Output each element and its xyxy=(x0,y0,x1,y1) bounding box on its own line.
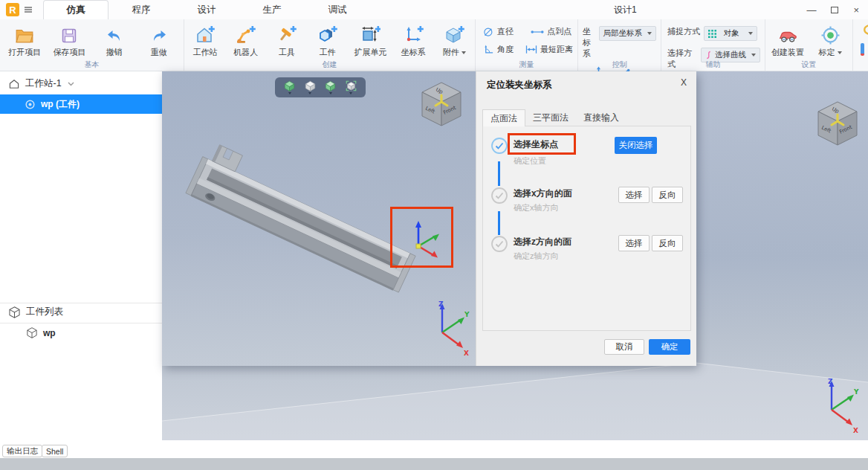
viewport-3d[interactable]: Up Left Front Z Y X xyxy=(162,71,868,440)
ribbon-group-settings: 创建装置 标定 设置 xyxy=(765,19,853,71)
workpiece-list-header[interactable]: 工件列表 xyxy=(9,306,63,318)
undo-button[interactable]: 撤销 xyxy=(94,22,135,58)
tab-program[interactable]: 程序 xyxy=(108,0,174,19)
cube-outline-icon xyxy=(9,306,20,318)
divider xyxy=(0,323,162,323)
calibration-button[interactable]: 标定 xyxy=(810,22,850,58)
open-project-button[interactable]: 打开项目 xyxy=(4,22,45,58)
view-cube[interactable]: Up Left Front xyxy=(418,80,465,129)
app-logo: R xyxy=(6,3,19,16)
titlebar: R 仿真 程序 设计 生产 调试 设计1 — × xyxy=(0,0,868,19)
shading-mode-button[interactable] xyxy=(284,80,295,94)
coordinate-system-dropdown[interactable]: 局部坐标系 xyxy=(599,26,657,41)
clipped-tool-icon xyxy=(861,43,864,56)
diameter-icon xyxy=(483,26,494,37)
picked-frame-triad xyxy=(392,210,453,268)
redo-button[interactable]: 重做 xyxy=(139,22,179,58)
chevron-down-icon xyxy=(751,54,756,57)
save-icon xyxy=(60,22,78,45)
group-label-control: 控制 xyxy=(578,59,661,70)
menu-tabs: 仿真 程序 设计 生产 调试 xyxy=(43,0,370,19)
tab-design[interactable]: 设计 xyxy=(174,0,239,19)
output-log-tab[interactable]: 输出日志 xyxy=(2,445,42,457)
axis-triad: Z Y X xyxy=(813,375,861,437)
chevron-down-icon[interactable] xyxy=(461,51,466,54)
select-z-button[interactable]: 选择 xyxy=(618,235,650,251)
tree-item-workstation[interactable]: 工作站-1 xyxy=(9,77,74,90)
reverse-z-button[interactable]: 反向 xyxy=(652,235,683,251)
tab-debug[interactable]: 调试 xyxy=(305,0,370,19)
svg-text:X: X xyxy=(853,427,858,434)
close-icon[interactable]: × xyxy=(853,4,859,16)
workpiece-button[interactable]: 工件 xyxy=(308,22,348,58)
status-bar xyxy=(0,458,868,470)
close-selection-button[interactable]: 关闭选择 xyxy=(615,137,657,154)
workpiece-add-icon xyxy=(317,22,337,45)
step3-status-icon xyxy=(490,235,508,253)
tab-production[interactable]: 生产 xyxy=(239,0,305,19)
min-distance-icon xyxy=(525,45,537,54)
wireframe-mode-button[interactable] xyxy=(305,80,316,94)
cube-outline-icon xyxy=(27,327,37,338)
group-label-measure: 测量 xyxy=(476,59,577,70)
tab-three-plane-method[interactable]: 三平面法 xyxy=(525,109,576,126)
step3-title: 选择z方向的面 xyxy=(514,236,571,248)
tool-add-icon xyxy=(276,22,297,45)
confirm-button[interactable]: 确定 xyxy=(649,339,690,355)
ribbon-group-control: 坐标系 局部坐标系 控制 xyxy=(578,19,661,71)
ribbon-group-create: 工作站 机器人 工具 工件 xyxy=(184,19,476,71)
coordinate-system-label: 坐标系 xyxy=(583,26,596,59)
tab-simulation[interactable]: 仿真 xyxy=(43,0,108,19)
group-label-assist: 辅助 xyxy=(661,59,765,70)
view-cube[interactable]: Up Left Front xyxy=(814,100,861,149)
tab-direct-input[interactable]: 直接输入 xyxy=(576,109,626,126)
view-toolbar xyxy=(275,77,366,97)
dialog-tabs: 点面法 三平面法 直接输入 xyxy=(482,109,626,126)
group-label-create: 创建 xyxy=(184,59,475,70)
angle-button[interactable]: 角度 xyxy=(483,44,515,55)
fixture-3d-view[interactable]: Up Left Front Z Y X xyxy=(162,71,476,366)
cube-white-icon xyxy=(305,80,316,91)
tool-button[interactable]: 工具 xyxy=(267,22,307,58)
point-to-point-button[interactable]: 点到点 xyxy=(531,26,571,37)
save-project-button[interactable]: 保存项目 xyxy=(49,22,89,58)
dialog-close-button[interactable]: X xyxy=(677,77,690,88)
ribbon-group-basic: 打开项目 保存项目 撤销 重做 基本 xyxy=(0,19,184,71)
robot-button[interactable]: 机器人 xyxy=(226,22,266,58)
car-icon xyxy=(778,22,798,45)
chevron-down-icon xyxy=(68,82,74,86)
home-icon xyxy=(9,79,19,89)
workstation-button[interactable]: 工作站 xyxy=(185,22,225,58)
shell-tab[interactable]: Shell xyxy=(42,445,68,457)
display-mode-button[interactable] xyxy=(325,80,336,94)
step1-status-icon xyxy=(490,137,508,155)
step2-status-icon xyxy=(490,187,508,205)
extension-unit-button[interactable]: 扩展单元 xyxy=(348,22,392,58)
select-x-button[interactable]: 选择 xyxy=(618,187,650,203)
document-title: 设计1 xyxy=(614,4,637,16)
menu-icon[interactable] xyxy=(24,6,33,13)
workpiece-list-item-wp[interactable]: wp xyxy=(27,327,56,338)
step2-subtitle: 确定x轴方向 xyxy=(514,202,559,213)
reverse-x-button[interactable]: 反向 xyxy=(652,187,683,203)
cancel-button[interactable]: 取消 xyxy=(604,339,644,355)
min-distance-button[interactable]: 最短距离 xyxy=(525,44,573,55)
minimize-icon[interactable]: — xyxy=(806,4,816,16)
step-connector xyxy=(498,161,500,186)
fit-view-button[interactable] xyxy=(346,80,357,94)
create-device-button[interactable]: 创建装置 xyxy=(768,22,808,58)
tab-point-face-method[interactable]: 点面法 xyxy=(482,109,525,126)
frame-button[interactable]: 坐标系 xyxy=(393,22,433,58)
point-to-point-icon xyxy=(531,28,544,36)
fit-view-icon xyxy=(346,80,357,91)
tree-item-wp-selected[interactable]: wp (工件) xyxy=(0,94,162,114)
attachment-button[interactable]: 附件 xyxy=(434,22,474,58)
maximize-icon[interactable] xyxy=(831,7,838,13)
svg-text:Z: Z xyxy=(438,300,444,308)
chevron-down-icon xyxy=(647,32,652,35)
diameter-button[interactable]: 直径 xyxy=(483,26,520,37)
snap-mode-dropdown[interactable]: 对象 xyxy=(704,26,757,41)
sidebar: 工作站-1 wp (工件) 工件列表 wp xyxy=(0,71,162,445)
svg-text:Y: Y xyxy=(464,311,470,318)
chevron-down-icon[interactable] xyxy=(838,51,842,54)
